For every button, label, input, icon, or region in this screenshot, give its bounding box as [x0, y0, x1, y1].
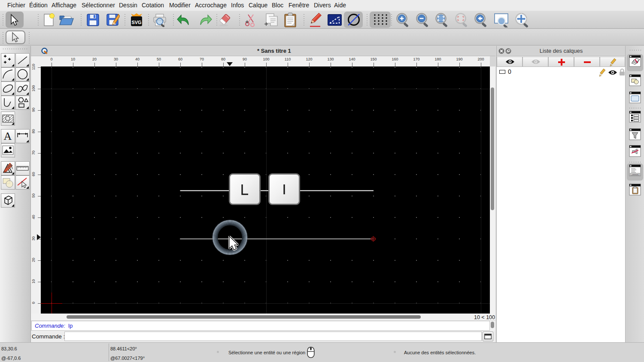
svg-text:A: A	[4, 130, 12, 142]
svg-text:SVG: SVG	[131, 20, 141, 25]
svg-text:command: command	[632, 174, 638, 175]
